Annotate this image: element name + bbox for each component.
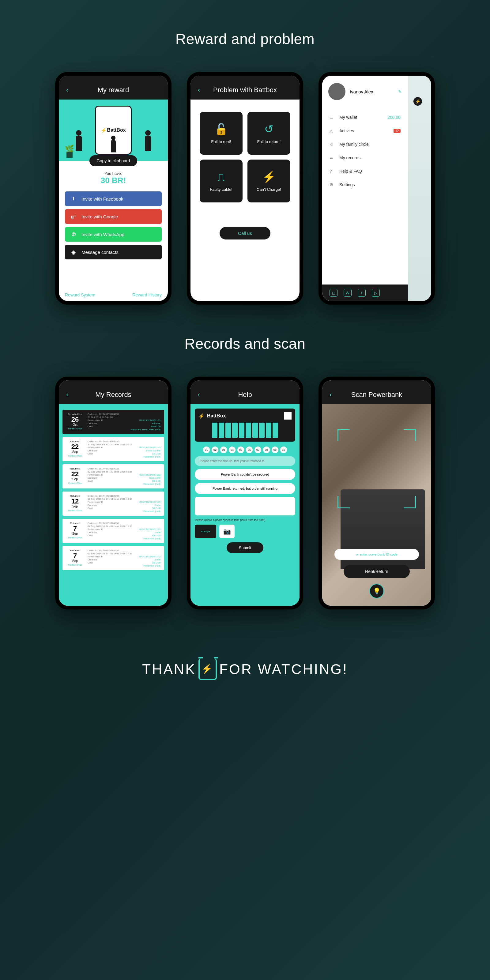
reward-system-link[interactable]: Reward System (65, 293, 95, 298)
map-pin-icon[interactable]: ⚡ (414, 97, 422, 106)
flashlight-button[interactable]: 💡 (369, 584, 384, 598)
phone-scan: ‹ Scan Powerbank or enter powerbank ID c… (318, 377, 435, 609)
contacts-icon: ◉ (70, 248, 77, 256)
record-month: Sep (72, 532, 78, 535)
drawer-item[interactable]: ☺My family circle (322, 137, 408, 151)
header-help: ‹ Help (191, 380, 299, 404)
invite-google-button[interactable]: g⁺Invite with Google (65, 209, 162, 224)
bolt-icon: ⚡ (199, 413, 205, 419)
enter-code-button[interactable]: or enter powerbank ID code (334, 549, 419, 560)
phones-row-2: ‹ My Records Reported lost 26 Oct Rented… (0, 377, 490, 609)
slot-number-button[interactable]: 02 (212, 447, 218, 453)
slot-number-button[interactable]: 10 (280, 447, 287, 453)
problem-tile[interactable]: 🔓Fail to rent! (200, 112, 243, 155)
record-day: 7 (73, 525, 77, 532)
record-status: Returned (70, 440, 80, 443)
station-slot (272, 423, 278, 438)
back-icon[interactable]: ‹ (66, 86, 68, 94)
record-day: 26 (72, 416, 79, 423)
frame-corner (404, 496, 416, 508)
record-card[interactable]: Reported lost 26 Oct Rented: Office Orde… (62, 410, 164, 434)
phone-records: ‹ My Records Reported lost 26 Oct Rented… (55, 377, 172, 609)
record-rented: Rented: Office (68, 428, 82, 430)
problem-label: Can't Charge! (257, 187, 281, 192)
item-value: 200.00 (387, 115, 401, 120)
record-status: Returned (70, 549, 80, 552)
drawer-header: Ivanov Alex ✎ (322, 76, 408, 108)
option-not-secured[interactable]: Power Bank couldn't be secured (195, 469, 295, 480)
slot-number-input[interactable] (195, 456, 295, 466)
station-title: BattBox (207, 413, 226, 418)
item-label: My records (339, 155, 360, 160)
camera-button[interactable]: 📷 (219, 525, 235, 538)
edit-icon[interactable]: ✎ (398, 89, 402, 94)
instagram-icon[interactable]: ◻ (329, 289, 337, 297)
submit-button[interactable]: Submit (227, 542, 263, 553)
problem-label: Fail to return! (257, 139, 281, 144)
record-card[interactable]: Returned 12 Sep Rented: Office Order no.… (62, 492, 164, 516)
record-month: Sep (72, 505, 78, 508)
record-card[interactable]: Returned 22 Sep Rented: Office Order no.… (62, 464, 164, 488)
station-slot (225, 423, 231, 438)
scan-frame (337, 429, 416, 508)
drawer-item[interactable]: ≣My records (322, 151, 408, 164)
back-icon[interactable]: ‹ (66, 391, 68, 399)
drawer-item[interactable]: ▭My wallet200.00 (322, 111, 408, 124)
back-icon[interactable]: ‹ (198, 86, 200, 94)
record-rented: Rented: Office (68, 509, 82, 511)
record-status: Reported lost (68, 413, 83, 415)
facebook-icon: f (70, 195, 77, 202)
problem-tile[interactable]: ↺Fail to return! (247, 112, 290, 155)
youtube-icon[interactable]: ▷ (372, 289, 380, 297)
rent-return-button[interactable]: Rent/Return (344, 565, 410, 578)
problem-icon: ↺ (264, 123, 274, 136)
item-label: Settings (339, 182, 355, 187)
record-card[interactable]: Returned 22 Sep Rented: Office Order no.… (62, 437, 164, 461)
record-day: 12 (72, 498, 79, 505)
station-illustration: ⚡ BattBox (195, 409, 295, 442)
slot-number-button[interactable]: 04 (229, 447, 235, 453)
section-title-1: Reward and problem (0, 30, 490, 48)
slot-number-button[interactable]: 07 (255, 447, 261, 453)
slot-number-button[interactable]: 09 (272, 447, 278, 453)
username: Ivanov Alex (350, 89, 394, 94)
record-month: Sep (72, 559, 78, 563)
record-card[interactable]: Returned 7 Sep Rented: Office Order no. … (62, 519, 164, 543)
problem-tile[interactable]: ⎍Faulty cable! (200, 159, 243, 202)
record-card[interactable]: Returned 7 Sep Rented: Office Order no. … (62, 546, 164, 570)
back-icon[interactable]: ‹ (198, 391, 200, 399)
back-icon[interactable]: ‹ (329, 391, 332, 399)
station-slot (259, 423, 265, 438)
drawer-item[interactable]: ⚙Settings (322, 178, 408, 191)
page-title: Scan Powerbank (322, 391, 431, 399)
person-illustration (74, 130, 83, 155)
frame-corner (404, 429, 416, 441)
avatar[interactable] (328, 83, 345, 100)
slot-number-button[interactable]: 01 (203, 447, 210, 453)
reward-history-link[interactable]: Reward History (132, 293, 162, 298)
call-us-button[interactable]: Call us (220, 227, 270, 240)
upload-label: Please upload a photo *(Please take phot… (195, 519, 295, 522)
option-order-running[interactable]: Power Bank returned, but order still run… (195, 483, 295, 494)
comment-textarea[interactable] (195, 497, 295, 515)
facebook-icon[interactable]: f (358, 289, 366, 297)
frame-corner (337, 429, 350, 441)
copy-clipboard-button[interactable]: Copy to clipboard (89, 155, 137, 166)
record-status: Returned (70, 467, 80, 470)
station-slot (219, 423, 224, 438)
message-contacts-button[interactable]: ◉Message contacts (65, 245, 162, 259)
phone-drawer: ⚡ Ivanov Alex ✎ ▭My wallet200.00△Activie… (318, 72, 435, 305)
slot-number-button[interactable]: 03 (220, 447, 227, 453)
slot-number-button[interactable]: 08 (263, 447, 270, 453)
slot-number-button[interactable]: 06 (246, 447, 253, 453)
invite-facebook-button[interactable]: fInvite with Facebook (65, 191, 162, 206)
header-records: ‹ My Records (59, 380, 168, 404)
record-status: Returned (70, 495, 80, 497)
drawer-item[interactable]: ?Help & FAQ (322, 164, 408, 178)
vk-icon[interactable]: W (344, 289, 352, 297)
drawer-item[interactable]: △Activies12 (322, 124, 408, 137)
invite-whatsapp-button[interactable]: ✆Invite with WhatsApp (65, 227, 162, 242)
item-label: Help & FAQ (339, 169, 362, 173)
problem-tile[interactable]: ⚡Can't Charge! (247, 159, 290, 202)
slot-number-button[interactable]: 05 (237, 447, 244, 453)
